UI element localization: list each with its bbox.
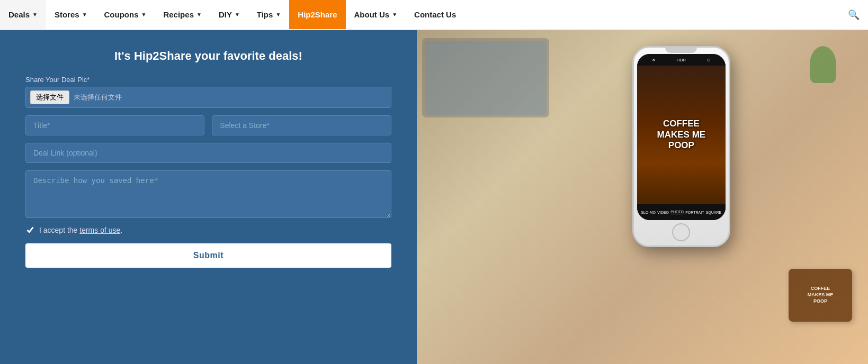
terms-of-use-link[interactable]: terms of use [79, 226, 120, 234]
caret-deals: ▼ [32, 12, 38, 17]
caret-diy: ▼ [235, 12, 240, 17]
file-input-wrapper: 选择文件 未选择任何文件 [25, 87, 391, 108]
laptop-screen-bg [425, 41, 547, 115]
store-select-input[interactable] [212, 115, 391, 135]
terms-checkbox-row: I accept the terms of use. [25, 225, 391, 235]
main-content: It's Hip2Share your favorite deals! Shar… [0, 30, 868, 364]
image-panel: ✕ HDR ⊙ COFFEEMAKES MEPOOP SLO-MO VID [417, 30, 868, 364]
terms-checkbox[interactable] [25, 225, 35, 235]
file-label: Share Your Deal Pic* [25, 76, 391, 84]
portrait-label: PORTRAIT [685, 211, 704, 214]
nav-item-aboutus[interactable]: About Us ▼ [346, 0, 406, 29]
camera-top-bar: ✕ HDR ⊙ [637, 54, 726, 66]
phone: ✕ HDR ⊙ COFFEEMAKES MEPOOP SLO-MO VID [632, 46, 733, 258]
nav-item-tips[interactable]: Tips ▼ [248, 0, 289, 29]
nav-item-hip2share[interactable]: Hip2Share [289, 0, 345, 29]
phone-screen: ✕ HDR ⊙ COFFEEMAKES MEPOOP SLO-MO VID [637, 54, 726, 220]
camera-icon-x: ✕ [652, 58, 656, 62]
deal-link-input[interactable] [25, 143, 391, 163]
terms-label: I accept the terms of use. [39, 226, 122, 234]
nav-label-recipes: Recipes [163, 10, 194, 19]
nav-item-recipes[interactable]: Recipes ▼ [155, 0, 210, 29]
nav-item-stores[interactable]: Stores ▼ [46, 0, 96, 29]
camera-viewfinder: COFFEEMAKES MEPOOP [637, 66, 726, 204]
checkbox-period: . [120, 226, 122, 234]
phone-body: ✕ HDR ⊙ COFFEEMAKES MEPOOP SLO-MO VID [632, 46, 730, 247]
phone-home-button [672, 223, 690, 241]
nav-item-diy[interactable]: DIY ▼ [210, 0, 248, 29]
description-textarea[interactable] [25, 170, 391, 218]
nav-label-contactus: Contact Us [414, 10, 456, 19]
title-input[interactable] [25, 115, 204, 135]
nav-label-deals: Deals [8, 10, 30, 19]
phone-notch [665, 48, 697, 53]
search-icon: 🔍 [848, 9, 860, 21]
file-no-selection: 未选择任何文件 [74, 93, 122, 102]
photo-label: PHOTO [670, 210, 684, 214]
nav-label-tips: Tips [257, 10, 273, 19]
nav-item-coupons[interactable]: Coupons ▼ [96, 0, 155, 29]
title-store-row [25, 115, 391, 135]
file-choose-button[interactable]: 选择文件 [30, 90, 69, 104]
form-title: It's Hip2Share your favorite deals! [25, 49, 391, 63]
slo-mo-label: SLO-MO [641, 211, 656, 214]
video-label: VIDEO [657, 211, 669, 214]
navbar: Deals ▼ Stores ▼ Coupons ▼ Recipes ▼ DIY… [0, 0, 868, 30]
caret-stores: ▼ [82, 12, 87, 17]
caret-aboutus: ▼ [392, 12, 397, 17]
caret-tips: ▼ [275, 12, 281, 17]
submit-button[interactable]: Submit [25, 243, 391, 268]
camera-bottom-bar: SLO-MO VIDEO PHOTO PORTRAIT SQUARE [637, 204, 726, 220]
form-panel: It's Hip2Share your favorite deals! Shar… [0, 30, 417, 364]
checkbox-prefix-text: I accept the [39, 226, 79, 234]
camera-mode: ⊙ [707, 58, 711, 62]
nav-label-aboutus: About Us [354, 10, 390, 19]
nav-item-contactus[interactable]: Contact Us [406, 0, 464, 29]
plant-bg [810, 46, 836, 83]
nav-item-deals[interactable]: Deals ▼ [0, 0, 46, 29]
nav-label-coupons: Coupons [104, 10, 139, 19]
nav-label-diy: DIY [219, 10, 232, 19]
second-mug: COFFEEMAKES MEPOOP [789, 269, 852, 322]
camera-hdr: HDR [677, 58, 686, 62]
background-image: ✕ HDR ⊙ COFFEEMAKES MEPOOP SLO-MO VID [417, 30, 868, 364]
nav-label-stores: Stores [55, 10, 79, 19]
caret-recipes: ▼ [196, 12, 202, 17]
nav-label-hip2share: Hip2Share [298, 10, 337, 19]
caret-coupons: ▼ [141, 12, 147, 17]
mug-text-overlay: COFFEEMAKES MEPOOP [657, 119, 706, 151]
search-button[interactable]: 🔍 [839, 0, 868, 29]
second-mug-text: COFFEEMAKES MEPOOP [808, 286, 834, 304]
square-label: SQUARE [706, 211, 722, 214]
